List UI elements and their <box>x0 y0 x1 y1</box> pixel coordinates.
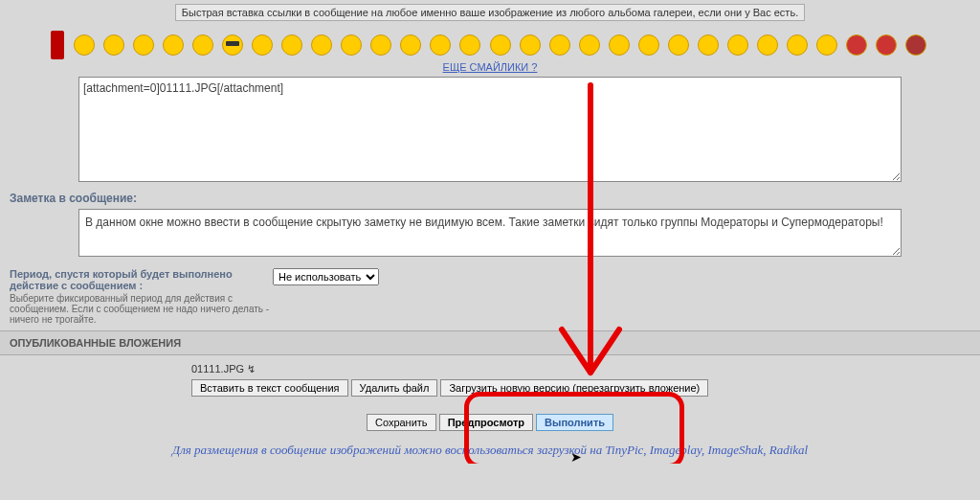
smiley-icon[interactable] <box>757 34 778 56</box>
smiley-icon[interactable] <box>311 34 332 56</box>
smiley-icon[interactable] <box>192 34 213 56</box>
note-textarea[interactable] <box>78 209 902 257</box>
smiley-icon[interactable] <box>281 34 302 56</box>
flag-icon[interactable] <box>51 31 64 59</box>
period-select[interactable]: Не использовать <box>273 268 379 285</box>
gallery-hint: Быстрая вставка ссылки в сообщение на лю… <box>175 4 805 21</box>
smiley-icon[interactable] <box>74 34 95 56</box>
smiley-icon[interactable] <box>222 34 243 56</box>
smiley-icon[interactable] <box>400 34 421 56</box>
smiley-icon[interactable] <box>341 34 362 56</box>
attachment-arrow-icon: ↯ <box>247 363 256 375</box>
reload-attachment-button[interactable]: Загрузить новую версию (перезагрузить вл… <box>440 379 708 397</box>
smiley-icon[interactable] <box>459 34 480 56</box>
more-smilies-link[interactable]: ЕЩЕ СМАЙЛИКИ ? <box>0 61 980 73</box>
note-label: Заметка в сообщение: <box>10 192 970 205</box>
smiley-icon[interactable] <box>609 34 630 56</box>
smiley-icon[interactable] <box>787 34 808 56</box>
smiley-icon[interactable] <box>103 34 124 56</box>
emoji-picker-row <box>0 25 980 61</box>
smiley-icon[interactable] <box>698 34 719 56</box>
smiley-icon[interactable] <box>549 34 570 56</box>
smiley-icon[interactable] <box>668 34 689 56</box>
attachment-filename: 01111.JPG <box>191 363 244 375</box>
devil-icon[interactable] <box>876 34 897 56</box>
smiley-icon[interactable] <box>430 34 451 56</box>
save-button[interactable]: Сохранить <box>367 414 436 431</box>
devil-icon[interactable] <box>846 34 867 56</box>
message-textarea[interactable] <box>78 77 902 182</box>
smiley-icon[interactable] <box>579 34 600 56</box>
preview-button[interactable]: Предпросмотр <box>439 414 533 431</box>
smiley-icon[interactable] <box>490 34 511 56</box>
smiley-icon[interactable] <box>727 34 748 56</box>
smiley-icon[interactable] <box>163 34 184 56</box>
period-title: Период, спустя который будет выполнено д… <box>10 268 273 291</box>
insert-attachment-button[interactable]: Вставить в текст сообщения <box>191 379 348 397</box>
execute-button[interactable]: Выполнить <box>536 414 613 431</box>
smiley-icon[interactable] <box>252 34 273 56</box>
smiley-icon[interactable] <box>816 34 837 56</box>
smiley-icon[interactable] <box>133 34 154 56</box>
attachments-header: ОПУБЛИКОВАННЫЕ ВЛОЖЕНИЯ <box>0 330 980 355</box>
footer-hint: Для размещения в сообщение изображений м… <box>0 437 980 464</box>
delete-attachment-button[interactable]: Удалить файл <box>351 379 438 397</box>
smiley-icon[interactable] <box>638 34 659 56</box>
smiley-icon[interactable] <box>370 34 391 56</box>
devil-icon[interactable] <box>905 34 926 56</box>
smiley-icon[interactable] <box>520 34 541 56</box>
period-desc: Выберите фиксированный период для действ… <box>10 293 273 325</box>
